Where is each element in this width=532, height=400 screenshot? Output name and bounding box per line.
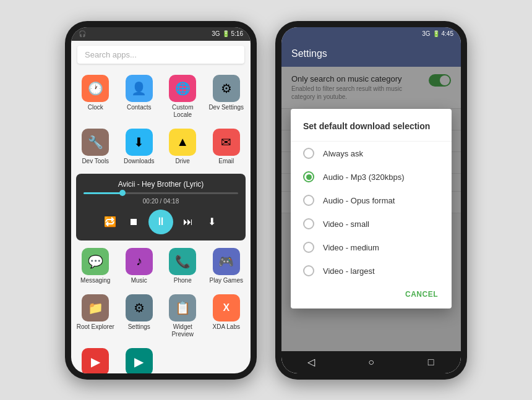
progress-bar[interactable] [84, 192, 238, 194]
search-placeholder-1: Search apps... [85, 50, 137, 59]
playgames-label: Play Games [210, 277, 243, 284]
settings-header: Settings [281, 41, 461, 67]
phone-label: Phone [174, 277, 192, 284]
option-video-largest[interactable]: Video - largest [291, 259, 452, 283]
app-grid-2: 💬 Messaging ♪ Music 📞 Phone 🎮 Play Games… [71, 243, 251, 373]
phone-2-screen: 3G 🔋 4:45 Settings Only search on music … [281, 27, 461, 373]
option-audio-opus-label: Audio - Opus format [323, 196, 395, 205]
app-play-games[interactable]: 🎮 Play Games [206, 244, 247, 288]
devtools-label: Dev Tools [82, 158, 109, 165]
back-button-2[interactable]: ◁ [302, 353, 320, 372]
battery-icon-1: 🔋 [222, 30, 230, 37]
option-audio-mp3-label: Audio - Mp3 (320kbps) [323, 172, 405, 182]
radio-audio-mp3[interactable] [303, 171, 314, 182]
drive-icon: ▲ [169, 129, 196, 156]
xdalabs-icon: X [213, 294, 240, 321]
option-video-medium-label: Video - medium [323, 243, 379, 252]
contacts-label: Contacts [127, 104, 151, 111]
download-selection-dialog[interactable]: Set default download selection Always as… [291, 109, 452, 309]
clock-icon: 🕐 [82, 75, 109, 102]
phone-1: 🎧 3G 🔋 5:16 Search apps... 🕐 Clock 👤 Con… [65, 21, 257, 380]
download-button[interactable]: ⬇ [203, 213, 220, 231]
music-label: Music [131, 277, 147, 284]
dialog-overlay: Set default download selection Always as… [281, 67, 461, 351]
app-custom-locale[interactable]: 🌐 Custom Locale [162, 71, 204, 122]
app-dev-tools[interactable]: 🔧 Dev Tools [75, 125, 116, 169]
nav-bar-2: ◁ ○ □ [281, 351, 461, 373]
option-always-ask[interactable]: Always ask [291, 142, 452, 165]
headphones-icon: 🎧 [79, 30, 86, 37]
radio-video-largest[interactable] [303, 265, 314, 276]
app-settings[interactable]: ⚙ Settings [119, 291, 160, 342]
app-root-explorer[interactable]: 📁 Root Explorer [75, 291, 116, 342]
option-audio-opus[interactable]: Audio - Opus format [291, 189, 452, 212]
current-time: 00:20 [143, 198, 158, 205]
clock-label: Clock [88, 104, 103, 111]
signal-text-1: 3G [212, 30, 220, 37]
repeat-button[interactable]: 🔁 [101, 213, 119, 231]
option-video-small[interactable]: Video - small [291, 212, 452, 236]
drive-label: Drive [176, 158, 190, 165]
app-youtube-music[interactable]: ▶ Youtube Music [119, 344, 160, 373]
xdalabs-label: XDA Labs [213, 323, 240, 331]
dialog-title: Set default download selection [291, 121, 452, 142]
option-always-ask-label: Always ask [323, 149, 363, 158]
app-widget-preview[interactable]: 📋 Widget Preview [162, 291, 204, 342]
radio-video-medium[interactable] [303, 242, 314, 253]
playback-controls: 🔁 ⏹ ⏸ ⏭ ⬇ [84, 210, 238, 234]
app-email[interactable]: ✉ Email [206, 125, 247, 169]
widget-label: Widget Preview [163, 323, 202, 338]
status-bar-1: 🎧 3G 🔋 5:16 [71, 27, 251, 41]
app-downloads[interactable]: ⬇ Downloads [119, 125, 160, 169]
app-dev-settings[interactable]: ⚙ Dev Settings [206, 71, 247, 122]
email-label: Email [218, 158, 234, 165]
music-icon: ♪ [126, 248, 153, 275]
status-right-1: 3G 🔋 5:16 [212, 30, 243, 37]
app-contacts[interactable]: 👤 Contacts [119, 71, 160, 122]
locale-icon: 🌐 [169, 75, 196, 102]
app-youtube[interactable]: ▶ YouTube [75, 344, 116, 373]
app-xda-labs[interactable]: X XDA Labs [206, 291, 247, 342]
email-icon: ✉ [213, 129, 240, 156]
search-bar-1[interactable]: Search apps... [77, 46, 244, 64]
phone-icon: 📞 [169, 248, 196, 275]
ytmusic-icon: ▶ [126, 348, 153, 373]
progress-container[interactable] [84, 192, 238, 194]
now-playing-title: Avicii - Hey Brother (Lyric) [84, 180, 238, 189]
devsettings-icon: ⚙ [213, 75, 240, 102]
radio-always-ask[interactable] [303, 148, 314, 159]
time-2: 4:45 [442, 30, 453, 37]
settings-title: Settings [291, 48, 327, 59]
progress-fill [84, 192, 122, 194]
now-playing-bar: Avicii - Hey Brother (Lyric) 00:20 / 04:… [76, 174, 246, 240]
option-audio-mp3[interactable]: Audio - Mp3 (320kbps) [291, 165, 452, 189]
total-time: 04:18 [163, 198, 179, 205]
pause-button[interactable]: ⏸ [148, 210, 173, 234]
status-bar-2: 3G 🔋 4:45 [281, 27, 461, 41]
settings-screen: Only search on music category Enabled to… [281, 67, 461, 351]
playgames-icon: 🎮 [213, 248, 240, 275]
stop-button[interactable]: ⏹ [125, 213, 142, 231]
app-music[interactable]: ♪ Music [119, 244, 160, 288]
dialog-actions: CANCEL [291, 283, 452, 304]
phone-1-screen: 🎧 3G 🔋 5:16 Search apps... 🕐 Clock 👤 Con… [71, 27, 251, 373]
settings-label: Settings [128, 323, 150, 331]
status-right-2: 3G 🔋 4:45 [422, 30, 453, 37]
messaging-label: Messaging [80, 277, 110, 284]
rootex-label: Root Explorer [77, 323, 114, 331]
phone-2: 3G 🔋 4:45 Settings Only search on music … [275, 21, 467, 380]
option-video-medium[interactable]: Video - medium [291, 236, 452, 259]
radio-video-small[interactable] [303, 218, 314, 229]
radio-audio-opus[interactable] [303, 195, 314, 206]
app-clock[interactable]: 🕐 Clock [75, 71, 116, 122]
option-video-largest-label: Video - largest [323, 266, 375, 276]
app-drive[interactable]: ▲ Drive [162, 125, 204, 169]
app-messaging[interactable]: 💬 Messaging [75, 244, 116, 288]
settings-icon: ⚙ [126, 294, 153, 321]
next-button[interactable]: ⏭ [179, 213, 197, 231]
home-button-2[interactable]: ○ [362, 353, 380, 372]
cancel-button[interactable]: CANCEL [401, 287, 442, 301]
recents-button-2[interactable]: □ [422, 353, 440, 372]
app-phone[interactable]: 📞 Phone [162, 244, 204, 288]
option-video-small-label: Video - small [323, 219, 369, 229]
